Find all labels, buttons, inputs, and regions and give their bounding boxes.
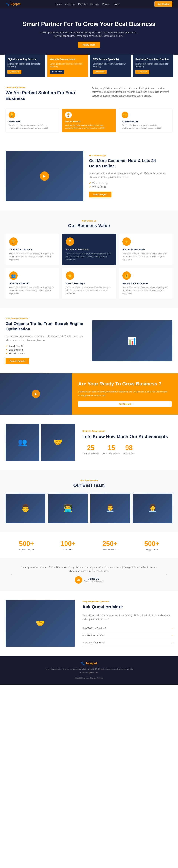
service-card-title-1: Website Development <box>50 58 85 61</box>
ready-play-button[interactable]: ▶ <box>32 390 40 398</box>
counter-num-1: 100+ <box>60 540 76 548</box>
hero-cta-button[interactable]: Know More <box>78 41 100 48</box>
nav-about[interactable]: About Us <box>65 3 75 5</box>
trophy-icon: 🏆 <box>9 238 18 246</box>
ready-btn[interactable]: Get Started <box>78 401 172 407</box>
footer-copyright: Allright Reserved. Ngepet Agency <box>5 677 173 679</box>
perfect-solution-title: We Are Perfect Solution For Your Busines… <box>5 90 86 101</box>
counter-label-0: Project Complete <box>19 548 34 551</box>
testi-prev-arrow[interactable]: ‹ <box>11 572 12 577</box>
team-card-1: 👨‍💻 <box>48 494 88 523</box>
navigation: Ngepet Home About Us Portfolio Services … <box>0 0 178 8</box>
achievements-section: 👥 🤝 Business Achievement Lets Know How M… <box>0 414 178 470</box>
hero-description: Lorem ipsum dolor sit amet, consectetur … <box>38 31 140 38</box>
nav-home[interactable]: Home <box>56 3 62 5</box>
feature-card-desc-2: We bring the right people together to ch… <box>122 124 170 129</box>
testimonial-author: JD James DE Admin / Ngepet Agency <box>16 576 162 584</box>
service-card-desc-3: Lorem ipsum dolor sit amet, consectetur … <box>136 62 171 68</box>
perfect-solution-left: Grow Your Business We Are Perfect Soluti… <box>5 86 86 105</box>
get-more-section: ▶ All In One Package Get More Customer N… <box>0 142 178 210</box>
footer-logo: Ngepet <box>5 661 173 665</box>
testimonial-text: Lorem ipsum dolor sit amet. Click edit b… <box>16 565 162 574</box>
service-card-0: Digital Marketing Service Lorem ipsum do… <box>5 55 46 77</box>
seo-btn[interactable]: Search Smarts <box>5 358 29 364</box>
value-card-desc-5: Lorem ipsum dolor sit amet, consectetur … <box>122 286 169 295</box>
faq-item-1[interactable]: Can I Make Our Offer ? › <box>82 632 173 639</box>
achievements-label: Business Achievement <box>82 430 173 432</box>
value-card-title-3: Solid Team Work <box>9 282 56 285</box>
nav-pages[interactable]: Pages <box>113 3 119 5</box>
get-more-title: Get More Customer Now & Lets 24 Hours On… <box>89 158 167 169</box>
seo-check-label-2: Find More Plans <box>9 352 25 355</box>
stat-label-0: Business Rewards <box>82 453 99 455</box>
faq-question-1: Can I Make Our Offer ? <box>82 634 106 637</box>
service-card-btn-2[interactable]: Learn More <box>93 70 107 74</box>
check-label-1: Win Audience <box>92 186 106 188</box>
award-icon: 🎖 <box>66 238 74 246</box>
value-card-3: 👥 Solid Team Work Lorem ipsum dolor sit … <box>5 268 59 299</box>
seo-check-label-1: Blog Search It <box>9 348 23 351</box>
faq-arrow-0: › <box>172 627 173 629</box>
faq-arrow-1: › <box>172 634 173 637</box>
service-cards-row: Digital Marketing Service Lorem ipsum do… <box>0 55 178 77</box>
testi-next-arrow[interactable]: › <box>166 572 167 577</box>
service-card-btn-0[interactable]: Learn More <box>7 70 21 74</box>
counter-num-2: 250+ <box>102 540 118 548</box>
value-card-desc-2: Lorem ipsum dolor sit amet, consectetur … <box>122 252 169 261</box>
perfect-solution-layout: Grow Your Business We Are Perfect Soluti… <box>5 86 173 105</box>
seo-check-icon-0: ✔ <box>5 345 7 347</box>
team-title: Our Best Team <box>5 483 173 488</box>
seo-image-placeholder: 📊 <box>127 337 137 345</box>
counter-label-3: Happy Clients <box>144 548 159 551</box>
money-icon: 💰 <box>122 271 131 280</box>
seo-section: SEO Service Specialist Get Organic Traff… <box>0 308 178 373</box>
service-card-title-2: SEO Service Specialist <box>93 58 128 61</box>
seo-image: 📊 <box>92 320 173 361</box>
service-card-title-3: Business Consultant Service <box>136 58 171 61</box>
value-card-title-0: 10 Years Experience <box>9 248 56 251</box>
team-icon: 👥 <box>9 271 18 280</box>
achieve-img-2: 🤝 <box>41 424 75 461</box>
feature-card-title-2: Trusted Partner <box>122 120 170 123</box>
faq-item-2[interactable]: How Long Guarante ? › <box>82 639 173 647</box>
seo-check-0: ✔ Google Top 10 <box>5 345 86 347</box>
feature-cards-row: 💡 Smart Idea We bring the right people t… <box>5 108 173 132</box>
seo-check-icon-1: ✔ <box>5 348 7 351</box>
nav-services[interactable]: Services <box>90 3 99 5</box>
nav-project[interactable]: Project <box>102 3 109 5</box>
team-grid: 👨 👨‍💻 👨‍💼 👩‍💼 <box>5 494 173 523</box>
global-awards-icon: 🏆 <box>65 112 72 118</box>
check-label-0: Website Ready <box>92 182 107 184</box>
seo-check-2: ✔ Find More Plans <box>5 352 86 355</box>
seo-check-label-0: Google Top 10 <box>9 345 23 347</box>
service-card-btn-3[interactable]: Learn More <box>136 70 149 74</box>
check-item-0: ✔ Website Ready <box>89 182 167 184</box>
feature-card-title-1: Global Awards <box>65 120 113 123</box>
nav-portfolio[interactable]: Portfolio <box>78 3 86 5</box>
fast-icon: ⚡ <box>122 238 131 246</box>
faq-image: 🤝 <box>5 600 75 647</box>
counter-2: 250+ Client Satisfaction <box>102 540 118 551</box>
ready-desc: Lorem ipsum dolor sit amet, consectetur … <box>78 390 172 398</box>
seo-desc: Lorem ipsum dolor sit amet, consectetur … <box>5 335 86 342</box>
feature-card-0: 💡 Smart Idea We bring the right people t… <box>5 108 59 132</box>
faq-item-0[interactable]: How To Order Service ? › <box>82 625 173 632</box>
author-info: James DE Admin / Ngepet Agency <box>84 578 103 582</box>
play-button[interactable]: ▶ <box>40 172 49 181</box>
stat-num-0: 25 <box>82 444 99 452</box>
check-icon-0: ✔ <box>89 182 91 184</box>
achievements-stats: 25 Business Rewards 15 Best Team Awards … <box>82 444 173 455</box>
ready-section: ▶ Are Your Ready To Grow Business ? Lore… <box>0 373 178 414</box>
service-card-btn-1[interactable]: Learn More <box>50 70 64 74</box>
get-more-image: ▶ <box>5 151 84 201</box>
learn-project-button[interactable]: Learn Project <box>89 191 112 197</box>
value-card-desc-4: Lorem ipsum dolor sit amet, consectetur … <box>66 286 112 295</box>
hero-section: Smart Partner For To Grow Your Best Busi… <box>0 8 178 60</box>
service-card-desc-1: Lorem ipsum dolor sit amet, consectetur … <box>50 62 85 68</box>
check-item-1: ✔ Win Audience <box>89 186 167 188</box>
ready-title: Are Your Ready To Grow Business ? <box>78 381 172 387</box>
achieve-img-1: 👥 <box>5 424 39 461</box>
author-role: Admin / Ngepet Agency <box>84 580 103 582</box>
nav-cta-button[interactable]: Get Started <box>154 1 173 7</box>
service-card-2: SEO Service Specialist Lorem ipsum dolor… <box>90 55 131 77</box>
